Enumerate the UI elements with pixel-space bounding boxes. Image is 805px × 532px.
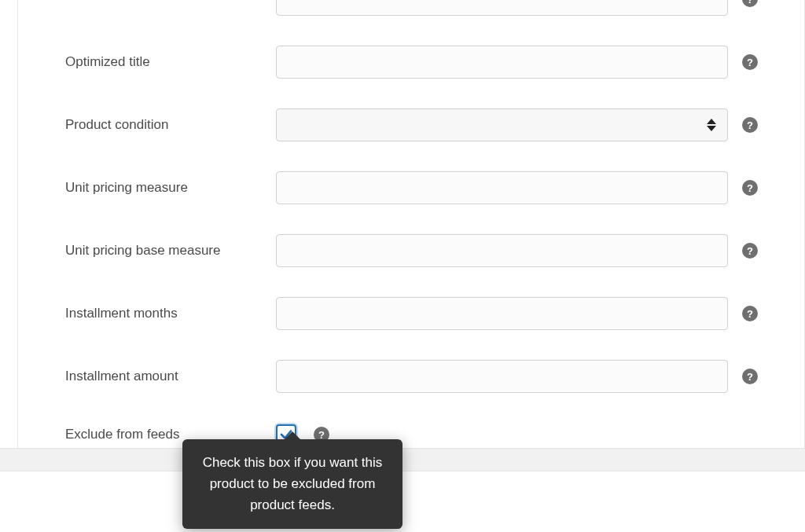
product-condition-select[interactable]	[276, 108, 728, 141]
field-label: Installment amount	[65, 367, 276, 386]
field-label: Installment months	[65, 304, 276, 323]
help-icon[interactable]: ?	[742, 54, 758, 70]
help-icon[interactable]: ?	[742, 369, 758, 384]
field-row-optimized-title: Optimized title ?	[18, 46, 804, 79]
tooltip-exclude-from-feeds: Check this box if you want this product …	[182, 439, 402, 529]
unit-pricing-measure-input[interactable]	[276, 171, 728, 204]
field-row-product-condition: Product condition ?	[18, 108, 804, 141]
installment-amount-input[interactable]	[276, 360, 728, 393]
help-icon[interactable]: ?	[742, 0, 758, 7]
field-row-installment-amount: Installment amount ?	[18, 360, 804, 393]
field-row-exclude-from-feeds: Exclude from feeds ?	[18, 424, 804, 445]
field-label: Optimized title	[65, 53, 276, 72]
field-label: Unit pricing measure	[65, 178, 276, 197]
help-icon[interactable]: ?	[742, 117, 758, 133]
field-row-unit-pricing-measure: Unit pricing measure ?	[18, 171, 804, 204]
unit-pricing-base-measure-input[interactable]	[276, 234, 728, 267]
unknown-input[interactable]	[276, 0, 728, 16]
field-row-unit-pricing-base-measure: Unit pricing base measure ?	[18, 234, 804, 267]
product-feed-settings-panel: ? Optimized title ? Product condition	[17, 0, 805, 469]
field-row-installment-months: Installment months ?	[18, 297, 804, 330]
optimized-title-input[interactable]	[276, 46, 728, 79]
background-strip	[0, 448, 805, 471]
field-label: Unit pricing base measure	[65, 241, 276, 260]
select-caret-icon	[707, 119, 716, 131]
installment-months-input[interactable]	[276, 297, 728, 330]
help-icon[interactable]: ?	[742, 306, 758, 321]
field-label: Product condition	[65, 116, 276, 134]
help-icon[interactable]: ?	[742, 180, 758, 196]
help-icon[interactable]: ?	[742, 243, 758, 259]
field-row-unknown: ?	[18, 0, 804, 16]
